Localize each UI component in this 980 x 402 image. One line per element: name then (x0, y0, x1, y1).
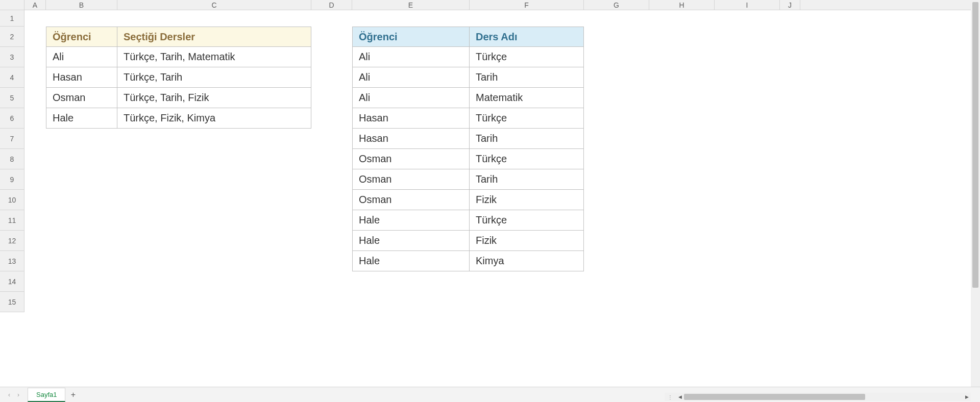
cell-H8[interactable] (649, 149, 715, 169)
cell-E15[interactable] (352, 292, 470, 312)
cell-F3[interactable]: Türkçe (470, 47, 584, 67)
row-header-10[interactable]: 10 (0, 190, 24, 210)
cell-A4[interactable] (24, 67, 46, 88)
cell-D10[interactable] (311, 190, 352, 210)
col-header-C[interactable]: C (117, 0, 311, 10)
cell-H2[interactable] (649, 27, 715, 47)
scroll-left-icon[interactable]: ◀ (676, 393, 684, 401)
cell-G3[interactable] (584, 47, 649, 67)
cell-A11[interactable] (24, 210, 46, 231)
cell-C3[interactable]: Türkçe, Tarih, Matematik (117, 47, 311, 67)
add-sheet-button[interactable]: + (65, 388, 81, 402)
cell-J5[interactable] (780, 88, 800, 108)
cell-J15[interactable] (780, 292, 800, 312)
cell-D6[interactable] (311, 108, 352, 129)
cell-J1[interactable] (780, 10, 800, 27)
cell-A14[interactable] (24, 271, 46, 292)
cell-J14[interactable] (780, 271, 800, 292)
cell-D12[interactable] (311, 231, 352, 251)
cell-G2[interactable] (584, 27, 649, 47)
cells-area[interactable]: ÖğrenciSeçtiği DerslerÖğrenciDers AdıAli… (24, 10, 971, 387)
cell-I5[interactable] (715, 88, 780, 108)
cell-I8[interactable] (715, 149, 780, 169)
cell-A13[interactable] (24, 251, 46, 271)
cell-H6[interactable] (649, 108, 715, 129)
cell-J11[interactable] (780, 210, 800, 231)
cell-J4[interactable] (780, 67, 800, 88)
horizontal-scroll-track[interactable] (684, 393, 963, 400)
cell-E10[interactable]: Osman (352, 190, 470, 210)
cell-J6[interactable] (780, 108, 800, 129)
row-header-7[interactable]: 7 (0, 129, 24, 149)
cell-G9[interactable] (584, 169, 649, 190)
cell-C9[interactable] (117, 169, 311, 190)
cell-E14[interactable] (352, 271, 470, 292)
cell-J12[interactable] (780, 231, 800, 251)
col-header-H[interactable]: H (649, 0, 715, 10)
cell-B13[interactable] (46, 251, 117, 271)
cell-H3[interactable] (649, 47, 715, 67)
cell-H11[interactable] (649, 210, 715, 231)
cell-E2[interactable]: Öğrenci (352, 27, 470, 47)
cell-F5[interactable]: Matematik (470, 88, 584, 108)
cell-G7[interactable] (584, 129, 649, 149)
cell-I9[interactable] (715, 169, 780, 190)
cell-F13[interactable]: Kimya (470, 251, 584, 271)
cell-H14[interactable] (649, 271, 715, 292)
cell-A15[interactable] (24, 292, 46, 312)
cell-D2[interactable] (311, 27, 352, 47)
row-header-4[interactable]: 4 (0, 67, 24, 88)
row-header-15[interactable]: 15 (0, 292, 24, 312)
cell-B11[interactable] (46, 210, 117, 231)
cell-B8[interactable] (46, 149, 117, 169)
cell-B15[interactable] (46, 292, 117, 312)
cell-H9[interactable] (649, 169, 715, 190)
cell-B9[interactable] (46, 169, 117, 190)
cell-G5[interactable] (584, 88, 649, 108)
cell-D5[interactable] (311, 88, 352, 108)
cell-I6[interactable] (715, 108, 780, 129)
scroll-split-handle-icon[interactable]: ⋮ (665, 394, 676, 400)
cell-D1[interactable] (311, 10, 352, 27)
col-header-B[interactable]: B (46, 0, 117, 10)
cell-F11[interactable]: Türkçe (470, 210, 584, 231)
cell-F14[interactable] (470, 271, 584, 292)
row-header-13[interactable]: 13 (0, 251, 24, 271)
cell-F1[interactable] (470, 10, 584, 27)
cell-C5[interactable]: Türkçe, Tarih, Fizik (117, 88, 311, 108)
col-header-A[interactable]: A (24, 0, 46, 10)
cell-F2[interactable]: Ders Adı (470, 27, 584, 47)
row-header-11[interactable]: 11 (0, 210, 24, 231)
cell-J10[interactable] (780, 190, 800, 210)
cell-F7[interactable]: Tarih (470, 129, 584, 149)
vertical-scrollbar[interactable] (971, 0, 980, 387)
cell-I2[interactable] (715, 27, 780, 47)
cell-G8[interactable] (584, 149, 649, 169)
sheet-next-icon[interactable]: › (15, 391, 21, 398)
cell-G1[interactable] (584, 10, 649, 27)
cell-G14[interactable] (584, 271, 649, 292)
row-header-3[interactable]: 3 (0, 47, 24, 67)
cell-E3[interactable]: Ali (352, 47, 470, 67)
cell-F9[interactable]: Tarih (470, 169, 584, 190)
cell-F4[interactable]: Tarih (470, 67, 584, 88)
cell-J13[interactable] (780, 251, 800, 271)
col-header-E[interactable]: E (352, 0, 470, 10)
cell-C13[interactable] (117, 251, 311, 271)
col-header-I[interactable]: I (715, 0, 780, 10)
row-header-8[interactable]: 8 (0, 149, 24, 169)
cell-B14[interactable] (46, 271, 117, 292)
row-header-5[interactable]: 5 (0, 88, 24, 108)
col-header-J[interactable]: J (780, 0, 800, 10)
scroll-right-icon[interactable]: ▶ (963, 393, 971, 401)
cell-E1[interactable] (352, 10, 470, 27)
horizontal-scroll-thumb[interactable] (684, 394, 865, 400)
row-header-6[interactable]: 6 (0, 108, 24, 129)
cell-A8[interactable] (24, 149, 46, 169)
cell-G6[interactable] (584, 108, 649, 129)
cell-F12[interactable]: Fizik (470, 231, 584, 251)
cell-E12[interactable]: Hale (352, 231, 470, 251)
cell-F10[interactable]: Fizik (470, 190, 584, 210)
cell-C8[interactable] (117, 149, 311, 169)
cell-E8[interactable]: Osman (352, 149, 470, 169)
